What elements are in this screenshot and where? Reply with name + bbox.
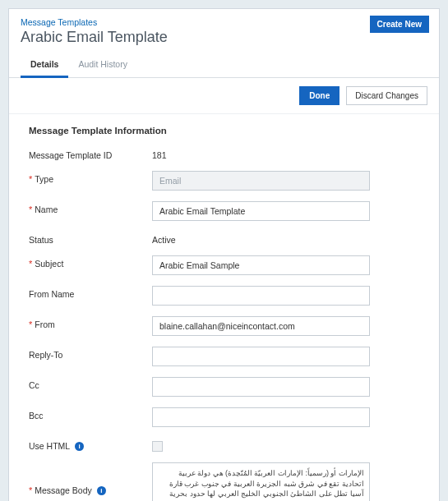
subject-input[interactable]: [152, 255, 370, 275]
use-html-label: Use HTML: [29, 441, 70, 451]
info-icon[interactable]: i: [97, 486, 106, 495]
message-body-label: Message Body: [35, 485, 91, 495]
tab-audit-history[interactable]: Audit History: [68, 53, 137, 77]
required-icon: *: [29, 174, 32, 184]
cc-label: Cc: [29, 377, 152, 390]
name-input[interactable]: [152, 201, 370, 221]
status-label: Status: [29, 232, 152, 245]
section-title: Message Template Information: [29, 126, 419, 136]
breadcrumb[interactable]: Message Templates: [21, 17, 427, 27]
type-label: Type: [35, 174, 53, 184]
type-input: [152, 171, 370, 191]
required-icon: *: [29, 485, 32, 495]
name-label: Name: [35, 205, 58, 214]
subject-label: Subject: [35, 259, 63, 269]
use-html-checkbox[interactable]: [152, 441, 163, 452]
from-name-label: From Name: [29, 286, 152, 299]
required-icon: *: [29, 319, 32, 329]
status-value: Active: [152, 232, 176, 245]
tab-details[interactable]: Details: [21, 53, 68, 78]
required-icon: *: [29, 259, 32, 269]
id-value: 181: [152, 147, 167, 160]
discard-changes-button[interactable]: Discard Changes: [346, 86, 427, 105]
reply-to-label: Reply-To: [29, 347, 152, 360]
cc-input[interactable]: [152, 377, 370, 397]
id-label: Message Template ID: [29, 147, 152, 160]
page-title: Arabic Email Template: [21, 29, 427, 46]
message-body-input[interactable]: [152, 462, 370, 501]
from-name-input[interactable]: [152, 286, 370, 306]
reply-to-input[interactable]: [152, 347, 370, 366]
from-input[interactable]: [152, 316, 370, 336]
bcc-input[interactable]: [152, 407, 370, 427]
required-icon: *: [29, 205, 32, 214]
bcc-label: Bcc: [29, 407, 152, 421]
from-label: From: [35, 319, 55, 329]
done-button[interactable]: Done: [299, 86, 339, 105]
info-icon[interactable]: i: [75, 442, 84, 451]
create-new-button[interactable]: Create New: [370, 16, 429, 33]
